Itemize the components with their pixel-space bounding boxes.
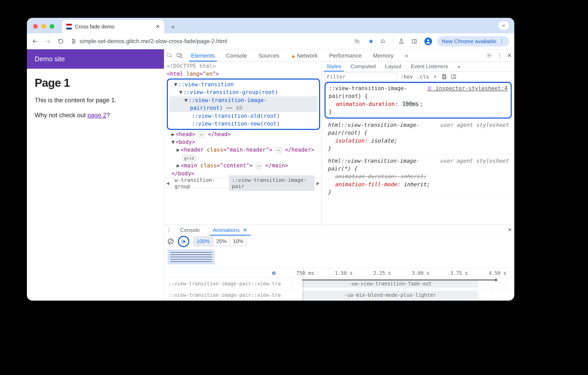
panel-icon[interactable] <box>411 38 419 44</box>
eye-off-icon[interactable] <box>354 38 362 44</box>
cls-toggle[interactable]: .cls <box>417 74 429 80</box>
dom-node[interactable]: ▶<head> ⋯ </head> <box>167 130 320 138</box>
svg-rect-19 <box>451 75 456 79</box>
dom-node[interactable]: <!DOCTYPE html> <box>167 62 320 70</box>
forward-button[interactable] <box>45 38 53 44</box>
flask-icon[interactable] <box>398 38 406 44</box>
page-heading: Page 1 <box>35 76 156 89</box>
dom-node[interactable]: ::view-transition-new(root) <box>169 120 318 128</box>
new-rule-icon[interactable]: ＋ <box>433 73 438 80</box>
css-source: user agent stylesheet <box>440 157 509 165</box>
device-toggle-icon[interactable] <box>177 53 184 58</box>
dom-node[interactable]: ▼::view-transition-group(root) <box>169 88 318 96</box>
replay-icon[interactable]: ↻ <box>272 270 275 276</box>
close-tab-icon[interactable]: ✕ <box>156 24 160 30</box>
css-rule[interactable]: user agent stylesheet html::view-transit… <box>325 120 512 154</box>
dom-node[interactable]: ▼::view-transition <box>169 81 318 88</box>
css-source-link[interactable]: 🗎 inspector-stylesheet:4 <box>427 84 508 92</box>
site-settings-icon[interactable] <box>71 38 77 44</box>
tab-event-listeners[interactable]: Event Listeners <box>406 62 453 71</box>
close-drawer-icon[interactable]: ✕ <box>508 227 512 233</box>
tab-styles[interactable]: Styles <box>322 62 346 71</box>
update-chrome-button[interactable]: New Chrome available ⋮ <box>437 36 509 46</box>
hov-toggle[interactable]: :hov <box>401 74 413 80</box>
tab-console[interactable]: Console <box>222 50 252 61</box>
reload-button[interactable] <box>58 38 66 44</box>
drawer-tab-animations[interactable]: Animations ✕ <box>208 224 252 235</box>
tab-strip: Cross fade demo ✕ ＋ <box>27 18 514 33</box>
tab-computed[interactable]: Computed <box>346 62 380 71</box>
animation-track[interactable]: ::view-transition-image-pair::view-tra -… <box>164 278 514 289</box>
svg-rect-10 <box>412 39 416 43</box>
extensions-icon[interactable] <box>380 38 388 44</box>
tab-memory[interactable]: Memory <box>368 50 398 61</box>
dom-node[interactable]: <html lang="en"> <box>167 70 320 78</box>
crumb-left-icon[interactable]: ◀ <box>164 180 171 186</box>
animation-toolbar: 100% 25% 10% <box>164 235 514 248</box>
timeline-ticks: 0 750 ms 1.50 s 2.25 s 3.00 s 3.75 s 4.5… <box>164 268 514 278</box>
grid-badge[interactable]: grid <box>182 155 196 161</box>
new-tab-button[interactable]: ＋ <box>168 21 178 32</box>
tab-sources[interactable]: Sources <box>254 50 284 61</box>
crumb-item[interactable]: w-transition-group <box>171 175 229 191</box>
dom-node[interactable]: ▶<main class="content"> ⋯ </main> <box>167 162 320 169</box>
drawer-tabs: ⋮ Console Animations ✕ ✕ <box>164 225 514 235</box>
crumb-item-selected[interactable]: ::view-transition-image-pair <box>229 175 314 191</box>
tab-elements[interactable]: Elements <box>186 50 220 61</box>
kebab-icon[interactable]: ⋮ <box>166 227 172 233</box>
save-icon[interactable] <box>441 74 447 80</box>
animation-bar[interactable]: -ua-mix-blend-mode-plus-lighter <box>302 291 478 299</box>
url-text: simple-set-demos.glitch.me/2-slow-cross-… <box>80 38 227 45</box>
bookmark-star-icon[interactable]: ★ <box>367 38 375 45</box>
css-value-editable[interactable]: 100ms <box>401 101 420 107</box>
tab-overflow-button[interactable] <box>498 21 509 30</box>
panel-toggle-icon[interactable] <box>451 74 456 80</box>
more-tabs-icon[interactable]: » <box>453 62 465 71</box>
more-tabs-icon[interactable]: » <box>400 50 413 61</box>
animation-bar[interactable]: -ua-view-transition-fade-out <box>302 279 478 288</box>
page-link[interactable]: page 2 <box>87 112 106 119</box>
animation-timeline[interactable]: ↻ 0 750 ms 1.50 s 2.25 s 3.00 s 3.75 s 4… <box>164 268 514 301</box>
css-source: user agent stylesheet <box>440 121 509 129</box>
close-devtools-icon[interactable]: ✕ <box>507 52 512 59</box>
speed-100[interactable]: 100% <box>193 237 213 246</box>
fullscreen-window-icon[interactable] <box>50 24 54 29</box>
tab-network[interactable]: ▲Network <box>286 50 322 61</box>
minimize-window-icon[interactable] <box>41 24 46 29</box>
close-tab-icon[interactable]: ✕ <box>243 227 247 233</box>
speed-10[interactable]: 10% <box>230 237 246 246</box>
clear-icon[interactable] <box>167 238 174 245</box>
browser-tab[interactable]: Cross fade demo ✕ <box>62 20 164 33</box>
filter-input[interactable] <box>325 73 397 81</box>
styles-toolbar: :hov .cls ＋ <box>322 72 514 82</box>
close-window-icon[interactable] <box>33 24 38 29</box>
styles-pane: Styles Computed Layout Event Listeners »… <box>322 62 514 225</box>
speed-25[interactable]: 25% <box>213 237 230 246</box>
breadcrumb[interactable]: ◀ w-transition-group ::view-transition-i… <box>164 178 322 188</box>
dom-tree[interactable]: <!DOCTYPE html> <html lang="en"> ▼::view… <box>164 62 322 178</box>
animation-group-thumbnail[interactable] <box>168 250 214 264</box>
inspect-element-icon[interactable] <box>167 53 175 58</box>
tab-layout[interactable]: Layout <box>380 62 406 71</box>
devtools-panel: Elements Console Sources ▲Network Perfor… <box>164 49 514 301</box>
css-rule[interactable]: user agent stylesheet html::view-transit… <box>325 155 512 198</box>
drawer-tab-console[interactable]: Console <box>175 224 205 235</box>
profile-avatar[interactable] <box>424 37 432 45</box>
address-bar[interactable]: simple-set-demos.glitch.me/2-slow-cross-… <box>71 38 227 45</box>
svg-rect-18 <box>443 77 445 79</box>
css-rule-highlighted[interactable]: 🗎 inspector-stylesheet:4 ::view-transiti… <box>325 82 512 119</box>
dom-node-selected[interactable]: ▼::view-transition-image- ⋯ <box>169 96 318 104</box>
tab-performance[interactable]: Performance <box>325 50 366 61</box>
dom-node[interactable]: ::view-transition-old(root) <box>169 112 318 120</box>
dom-node[interactable]: ▶<header class="main-header"> ⋯ </header… <box>167 146 320 154</box>
animation-track[interactable]: ::view-transition-image-pair::view-tra -… <box>164 289 514 301</box>
back-button[interactable] <box>32 38 40 44</box>
dom-node-selected[interactable]: pair(root) == $0 <box>169 104 318 112</box>
kebab-icon: ⋮ <box>499 38 504 44</box>
crumb-right-icon[interactable]: ▶ <box>314 180 322 186</box>
play-pause-button[interactable] <box>178 236 189 247</box>
rendered-page: Demo site Page 1 This is the content for… <box>27 49 164 301</box>
dom-node[interactable]: ▼<body> <box>167 138 320 146</box>
settings-icon[interactable] <box>486 53 492 58</box>
kebab-icon[interactable]: ⋮ <box>497 52 502 59</box>
